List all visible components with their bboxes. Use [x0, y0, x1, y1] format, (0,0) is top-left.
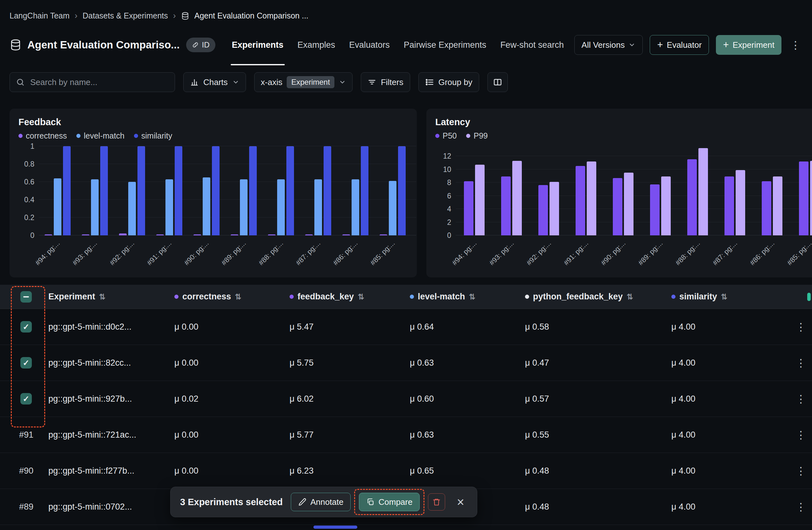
y-tick-label: 0.4 [24, 196, 34, 204]
columns-button[interactable] [488, 72, 508, 92]
header-menu-button[interactable] [788, 35, 802, 55]
compare-button[interactable]: Compare [359, 493, 420, 511]
annotate-button[interactable]: Annotate [291, 493, 351, 511]
delete-button[interactable] [428, 493, 445, 511]
y-tick-label: 4 [447, 205, 451, 213]
bar-P99 [624, 173, 634, 235]
table-row[interactable]: pg::gpt-5-mini::82cc... μ 0.00 μ 5.75 μ … [0, 345, 812, 381]
bar-group [337, 146, 374, 235]
row-menu-button[interactable] [790, 429, 812, 441]
plus-icon [657, 40, 663, 50]
column-header-feedback-key[interactable]: feedback_key [290, 292, 410, 302]
table-row[interactable]: pg::gpt-5-mini::d0c2... μ 0.00 μ 5.47 μ … [0, 309, 812, 345]
group-by-icon [425, 78, 434, 87]
bar-similarity [323, 146, 331, 235]
chart-legend: correctnesslevel-matchsimilarity [18, 131, 408, 140]
sort-icon[interactable] [235, 292, 241, 302]
row-checkbox[interactable] [20, 357, 32, 368]
experiment-name[interactable]: pg::gpt-5-mini::82cc... [48, 358, 174, 368]
tab-pairwise-experiments[interactable]: Pairwise Experiments [404, 33, 487, 56]
sort-icon[interactable] [469, 292, 475, 302]
bar-P99 [475, 165, 484, 235]
search-input[interactable] [10, 72, 175, 92]
bar-group [567, 146, 605, 235]
bar-similarity [286, 146, 294, 235]
row-checkbox[interactable] [20, 393, 32, 405]
sort-icon[interactable] [358, 292, 364, 302]
add-evaluator-button[interactable]: Evaluator [650, 35, 709, 55]
charts-row: Feedback correctnesslevel-matchsimilarit… [0, 109, 812, 277]
column-header-similarity[interactable]: similarity [671, 292, 785, 302]
cell-correctness: μ 0.00 [174, 322, 290, 332]
sort-icon[interactable] [721, 292, 727, 302]
selection-count-text: 3 Experiments selected [180, 497, 282, 507]
row-menu-button[interactable] [790, 501, 812, 513]
horizontal-scrollbar[interactable] [314, 526, 357, 529]
filters-button[interactable]: Filters [361, 72, 410, 92]
y-tick-label: 0 [447, 231, 451, 240]
group-by-button[interactable]: Group by [418, 72, 479, 92]
charts-dropdown[interactable]: Charts [183, 72, 246, 92]
y-tick-label: 8 [447, 178, 451, 187]
cell-level-match: μ 0.63 [410, 358, 525, 368]
column-header-experiment[interactable]: Experiment [48, 292, 174, 302]
bar-group [642, 146, 679, 235]
row-menu-button[interactable] [790, 465, 812, 477]
cell-correctness: μ 0.00 [174, 430, 290, 440]
all-versions-dropdown[interactable]: All Versions [574, 35, 643, 55]
row-menu-button[interactable] [790, 393, 812, 405]
close-selection-button[interactable] [453, 493, 467, 511]
breadcrumb-datasets[interactable]: Datasets & Experiments [83, 11, 168, 20]
filter-icon [367, 78, 376, 87]
x-axis-label: #94: pg:... [33, 239, 61, 267]
row-menu-button[interactable] [790, 357, 812, 369]
bar-P50 [613, 178, 622, 235]
cell-level-match: μ 0.63 [410, 430, 525, 440]
bar-similarity [212, 146, 219, 235]
column-color-dot [671, 295, 676, 299]
kebab-icon [796, 429, 806, 441]
column-header-level-match[interactable]: level-match [410, 292, 525, 302]
cell-python-feedback-key: μ 0.58 [525, 322, 671, 332]
add-experiment-button[interactable]: Experiment [716, 35, 781, 55]
cell-feedback-key: μ 5.75 [290, 358, 410, 368]
bar-group [150, 146, 188, 235]
y-tick-label: 6 [447, 192, 451, 200]
sort-icon[interactable] [626, 292, 633, 302]
row-menu-button[interactable] [790, 321, 812, 333]
bar-similarity [249, 146, 257, 235]
table-row[interactable]: #91 pg::gpt-5-mini::721ac... μ 0.00 μ 5.… [0, 417, 812, 453]
tab-evaluators[interactable]: Evaluators [349, 33, 390, 56]
sort-icon[interactable] [99, 292, 105, 302]
table-row[interactable]: pg::gpt-5-mini::927b... μ 0.02 μ 6.02 μ … [0, 381, 812, 417]
column-header-correctness[interactable]: correctness [174, 292, 290, 302]
cell-python-feedback-key: μ 0.48 [525, 466, 671, 476]
experiment-name[interactable]: pg::gpt-5-mini::927b... [48, 394, 174, 404]
table-row[interactable]: #90 pg::gpt-5-mini::f277b... μ 0.00 μ 6.… [0, 453, 812, 489]
column-header-python-feedback-key[interactable]: python_feedback_key [525, 292, 671, 302]
bar-P99 [810, 161, 812, 235]
bar-P50 [799, 162, 809, 235]
x-axis-labels: #94: pg:...#93: pg:...#92: pg:...#91: pg… [455, 235, 810, 277]
id-chip[interactable]: ID [186, 38, 215, 52]
y-tick-label: 0.6 [24, 178, 34, 186]
experiment-name[interactable]: pg::gpt-5-mini::0702... [48, 502, 174, 512]
bar-correctness [231, 234, 238, 235]
xaxis-dropdown[interactable]: x-axis Experiment [254, 72, 352, 92]
kebab-icon [791, 39, 801, 51]
row-checkbox[interactable] [20, 321, 32, 333]
tab-examples[interactable]: Examples [298, 33, 335, 56]
experiment-name[interactable]: pg::gpt-5-mini::d0c2... [48, 322, 174, 332]
bar-correctness [156, 234, 164, 235]
tab-experiments[interactable]: Experiments [232, 33, 284, 56]
tab-few-shot-search[interactable]: Few-shot search [500, 33, 564, 56]
select-all-checkbox[interactable] [20, 291, 32, 303]
breadcrumb: LangChain Team Datasets & Experiments Ag… [0, 0, 812, 21]
experiment-name[interactable]: pg::gpt-5-mini::721ac... [48, 430, 174, 440]
compare-icon [366, 498, 375, 506]
x-axis-labels: #94: pg:...#93: pg:...#92: pg:...#91: pg… [39, 235, 408, 277]
bar-correctness [119, 234, 127, 235]
bar-level-match [54, 178, 61, 235]
experiment-name[interactable]: pg::gpt-5-mini::f277b... [48, 466, 174, 476]
breadcrumb-team[interactable]: LangChain Team [10, 11, 70, 20]
